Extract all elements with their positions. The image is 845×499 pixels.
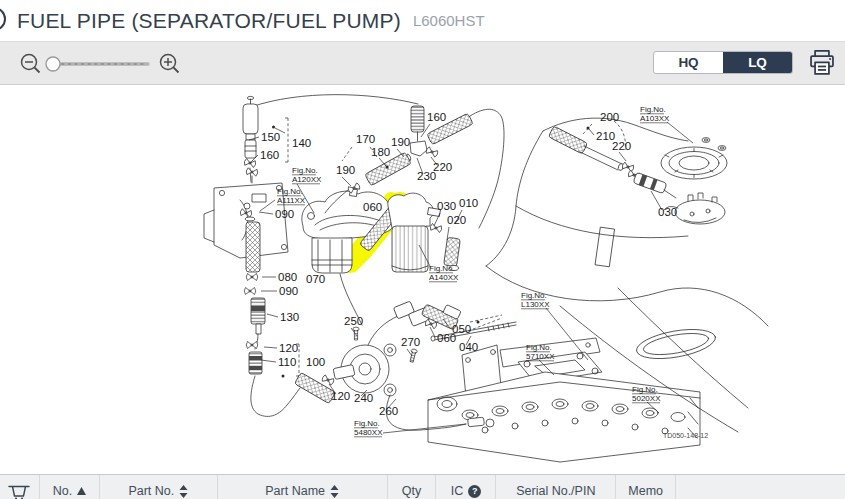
column-header-no[interactable]: No. xyxy=(40,475,100,499)
column-label: Part No. xyxy=(128,484,174,498)
part-label[interactable]: 090 xyxy=(275,208,294,220)
fig-link[interactable]: Fig.No.5710XX xyxy=(526,343,555,361)
part-label[interactable]: 150 xyxy=(261,131,280,143)
part-label[interactable]: 100 xyxy=(306,356,325,368)
part-label[interactable]: 130 xyxy=(280,311,299,323)
lq-button[interactable]: LQ xyxy=(723,52,792,73)
svg-text:L130XX: L130XX xyxy=(521,300,550,309)
svg-text:A120XX: A120XX xyxy=(292,175,322,184)
parts-table-header: No.Part No.Part NameQtyIC?Serial No./PIN… xyxy=(0,474,845,499)
fig-link[interactable]: Fig.No.A111XX xyxy=(277,187,306,205)
part-label[interactable]: 020 xyxy=(447,214,466,226)
svg-text:Fig.No.: Fig.No. xyxy=(429,264,455,273)
part-label[interactable]: 140 xyxy=(292,137,311,149)
fig-link[interactable]: Fig.No.5480XX xyxy=(354,419,383,437)
parts-diagram: 1501401601701801901602202301900900800901… xyxy=(0,85,845,463)
svg-text:Fig.No.: Fig.No. xyxy=(292,166,318,175)
hq-button[interactable]: HQ xyxy=(654,52,723,73)
model-code: L6060HST xyxy=(413,12,485,29)
svg-text:Fig.No.: Fig.No. xyxy=(277,187,303,196)
part-label[interactable]: 070 xyxy=(306,273,325,285)
svg-text:Fig.No.: Fig.No. xyxy=(640,105,666,114)
sort-asc-icon[interactable] xyxy=(77,487,86,495)
part-label[interactable]: 270 xyxy=(401,336,420,348)
fig-link[interactable]: Fig.No.L130XX xyxy=(521,291,550,309)
column-header-memo: Memo xyxy=(616,475,676,499)
fig-link[interactable]: Fig.No.A140XX xyxy=(429,264,459,282)
zoom-in-icon[interactable] xyxy=(161,55,179,73)
column-header-ic[interactable]: IC? xyxy=(436,475,496,499)
svg-text:Fig.No.: Fig.No. xyxy=(632,385,658,394)
part-label[interactable]: 030 xyxy=(437,200,456,212)
column-label: IC xyxy=(451,484,464,498)
part-label[interactable]: 230 xyxy=(417,170,436,182)
column-label: Serial No./PIN xyxy=(516,484,595,498)
partial-circle-icon xyxy=(0,0,10,42)
drawing-number: TD050-148-12 xyxy=(663,432,708,439)
svg-text:A140XX: A140XX xyxy=(429,273,459,282)
part-label[interactable]: 260 xyxy=(379,405,398,417)
part-label[interactable]: 160 xyxy=(260,149,279,161)
column-label: Qty xyxy=(402,484,421,498)
part-label[interactable]: 110 xyxy=(278,356,296,368)
svg-text:A103XX: A103XX xyxy=(640,114,670,123)
cart-icon[interactable] xyxy=(7,482,31,499)
zoom-out-icon[interactable] xyxy=(22,55,40,73)
toolbar: HQ LQ xyxy=(0,42,845,85)
part-label[interactable]: 060 xyxy=(363,201,382,213)
fig-link[interactable]: Fig.No.5020XX xyxy=(632,385,661,403)
column-label: No. xyxy=(53,484,72,498)
part-label[interactable]: 040 xyxy=(459,341,478,353)
part-label[interactable]: 190 xyxy=(336,164,355,176)
part-label[interactable]: 160 xyxy=(427,111,446,123)
title-bar: FUEL PIPE (SEPARATOR/FUEL PUMP) L6060HST xyxy=(0,0,845,42)
sort-both-icon[interactable] xyxy=(330,485,339,498)
page-title: FUEL PIPE (SEPARATOR/FUEL PUMP) xyxy=(17,9,401,33)
part-label[interactable]: 190 xyxy=(391,136,410,148)
svg-text:5710XX: 5710XX xyxy=(526,352,555,361)
print-icon[interactable] xyxy=(806,48,838,78)
part-label[interactable]: 080 xyxy=(278,271,297,283)
fig-link[interactable]: Fig.No.A103XX xyxy=(640,105,670,123)
part-label[interactable]: 060 xyxy=(437,332,456,344)
svg-text:Fig.No.: Fig.No. xyxy=(526,343,552,352)
svg-text:5020XX: 5020XX xyxy=(632,394,661,403)
column-label: Part Name xyxy=(265,484,325,498)
svg-text:5480XX: 5480XX xyxy=(354,428,383,437)
column-header-part_name[interactable]: Part Name xyxy=(218,475,388,499)
column-label: Memo xyxy=(628,484,663,498)
column-header-cart xyxy=(0,475,40,499)
sort-both-icon[interactable] xyxy=(179,485,188,498)
part-label[interactable]: 200 xyxy=(600,111,619,123)
part-label[interactable]: 240 xyxy=(354,392,373,404)
part-label[interactable]: 180 xyxy=(371,146,390,158)
part-label[interactable]: 170 xyxy=(356,133,375,145)
column-header-serial: Serial No./PIN xyxy=(496,475,616,499)
svg-text:A111XX: A111XX xyxy=(277,196,306,205)
part-label[interactable]: 090 xyxy=(279,285,298,297)
column-header-part_no[interactable]: Part No. xyxy=(100,475,218,499)
part-label[interactable]: 220 xyxy=(612,140,631,152)
part-label[interactable]: 010 xyxy=(459,197,478,209)
part-label[interactable]: 030 xyxy=(658,206,677,218)
zoom-slider[interactable] xyxy=(46,57,148,71)
column-header-spacer xyxy=(676,475,845,499)
svg-text:Fig.No.: Fig.No. xyxy=(354,419,380,428)
zoom-slider-knob[interactable] xyxy=(46,57,60,71)
part-label[interactable]: 120 xyxy=(331,390,350,402)
zoom-control xyxy=(14,45,234,83)
part-label[interactable]: 250 xyxy=(344,315,363,327)
svg-text:Fig.No.: Fig.No. xyxy=(521,291,547,300)
help-icon[interactable]: ? xyxy=(468,485,481,498)
quality-toggle: HQ LQ xyxy=(653,51,793,74)
fig-link[interactable]: Fig.No.A120XX xyxy=(292,166,322,184)
part-label[interactable]: 120 xyxy=(279,342,298,354)
column-header-qty: Qty xyxy=(388,475,437,499)
